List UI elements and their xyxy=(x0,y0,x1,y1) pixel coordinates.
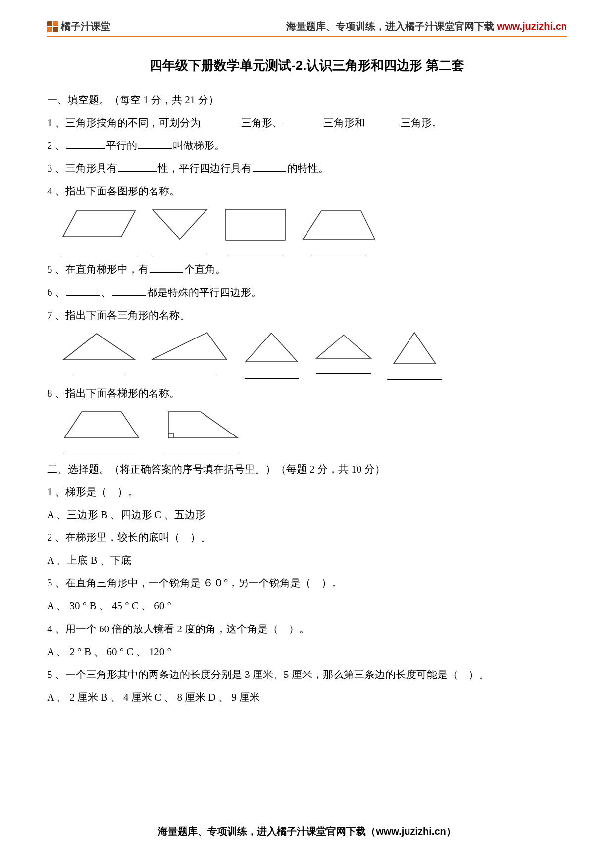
q3-text-c: 的特性。 xyxy=(287,162,329,174)
answer-line[interactable] xyxy=(316,373,371,374)
brand-name: 橘子汁课堂 xyxy=(61,20,110,33)
q3-text-a: 3 、三角形具有 xyxy=(47,162,117,174)
s2-q1: 1 、梯形是（ ）。 xyxy=(47,481,567,503)
q2-text-a: 2 、 xyxy=(47,140,65,151)
q6-text-a: 6 、 xyxy=(47,287,65,298)
trapezoid-icon xyxy=(302,207,376,242)
blank[interactable] xyxy=(284,115,322,126)
parallelogram-icon xyxy=(62,207,136,241)
blank[interactable] xyxy=(66,138,105,149)
q1: 1 、三角形按角的不同，可划分为三角形、三角形和三角形。 xyxy=(47,112,567,134)
answer-line[interactable] xyxy=(228,254,283,255)
svg-rect-2 xyxy=(226,209,285,240)
s2-q3-options: A 、 30 ° B 、 45 ° C 、 60 ° xyxy=(47,595,567,617)
logo-icon xyxy=(47,21,58,32)
s2-q2: 2 、在梯形里，较长的底叫（ ）。 xyxy=(47,527,567,548)
q3-text-b: 性，平行四边行具有 xyxy=(158,162,252,174)
q1-text-a: 1 、三角形按角的不同，可划分为 xyxy=(47,117,201,129)
s2-q3: 3 、在直角三角形中，一个锐角是 ６０°，另一个锐角是（ ）。 xyxy=(47,572,567,594)
content-body: 一、填空题。（每空 1 分，共 21 分） 1 、三角形按角的不同，可划分为三角… xyxy=(47,89,567,708)
s2-q5-options: A 、 2 厘米 B 、 4 厘米 C 、 8 厘米 D 、 9 厘米 xyxy=(47,686,567,708)
section-1-heading: 一、填空题。（每空 1 分，共 21 分） xyxy=(47,89,567,111)
q2: 2 、平行的叫做梯形。 xyxy=(47,135,567,156)
svg-marker-5 xyxy=(152,333,227,360)
blank[interactable] xyxy=(366,115,400,126)
right-trapezoid-icon xyxy=(166,409,240,441)
blank[interactable] xyxy=(150,262,183,273)
answer-line[interactable] xyxy=(64,453,139,454)
blank[interactable] xyxy=(118,161,157,172)
answer-line[interactable] xyxy=(166,453,240,454)
triangle-down-icon xyxy=(150,207,209,241)
svg-marker-10 xyxy=(168,412,238,438)
blank[interactable] xyxy=(253,161,286,172)
brand-logo: 橘子汁课堂 xyxy=(47,20,110,33)
page-header: 橘子汁课堂 海量题库、专项训练，进入橘子汁课堂官网下载 www.juzizhi.… xyxy=(47,20,567,37)
blank[interactable] xyxy=(138,138,172,149)
blank[interactable] xyxy=(66,285,100,296)
section-2-heading: 二、选择题。（将正确答案的序号填在括号里。）（每题 2 分，共 10 分） xyxy=(47,458,567,480)
answer-line[interactable] xyxy=(62,253,136,254)
s2-q4-options: A 、 2 ° B 、 60 ° C 、 120 ° xyxy=(47,641,567,663)
q8: 8 、指出下面各梯形的名称。 xyxy=(47,383,567,404)
page-footer: 海量题库、专项训练，进入橘子汁课堂官网下载（www.juzizhi.cn） xyxy=(0,825,614,838)
svg-marker-8 xyxy=(394,333,436,364)
footer-text-a: 海量题库、专项训练，进入橘子汁课堂官网下载（ xyxy=(158,826,376,837)
q4-shapes xyxy=(62,207,567,255)
q1-text-b: 三角形、 xyxy=(241,117,283,129)
svg-marker-6 xyxy=(246,333,298,362)
isosceles-trapezoid-icon xyxy=(62,409,141,441)
answer-line[interactable] xyxy=(162,375,217,376)
q2-text-c: 叫做梯形。 xyxy=(173,140,225,151)
acute-triangle-icon xyxy=(243,331,300,366)
footer-text-c: ） xyxy=(446,826,456,837)
page-title: 四年级下册数学单元测试-2.认识三角形和四边形 第二套 xyxy=(47,57,567,74)
svg-marker-0 xyxy=(63,211,135,237)
q6-text-b: 、 xyxy=(101,287,111,298)
rectangle-icon xyxy=(223,207,288,242)
isosceles-triangle-icon xyxy=(391,331,438,367)
obtuse-triangle-icon xyxy=(150,331,229,363)
q5-text-b: 个直角。 xyxy=(184,263,226,275)
q6-text-c: 都是特殊的平行四边形。 xyxy=(147,287,261,298)
q5-text-a: 5 、在直角梯形中，有 xyxy=(47,263,149,275)
blank[interactable] xyxy=(202,115,240,126)
q7-shapes xyxy=(62,331,567,380)
header-tagline: 海量题库、专项训练，进入橘子汁课堂官网下载 www.juzizhi.cn xyxy=(286,20,567,33)
obtuse-triangle-icon xyxy=(62,331,136,363)
q2-text-b: 平行的 xyxy=(106,140,137,151)
flat-triangle-icon xyxy=(314,331,373,361)
footer-domain: www.juzizhi.cn xyxy=(376,826,446,837)
s2-q1-options: A 、三边形 B 、四边形 C 、五边形 xyxy=(47,504,567,526)
blank[interactable] xyxy=(112,285,146,296)
s2-q5: 5 、一个三角形其中的两条边的长度分别是 3 厘米、5 厘米，那么第三条边的长度… xyxy=(47,664,567,685)
svg-marker-1 xyxy=(153,209,207,239)
answer-line[interactable] xyxy=(153,253,207,254)
answer-line[interactable] xyxy=(311,254,366,255)
answer-line[interactable] xyxy=(245,378,299,379)
answer-line[interactable] xyxy=(387,379,442,380)
svg-marker-7 xyxy=(316,335,371,358)
s2-q2-options: A 、上底 B 、下底 xyxy=(47,549,567,571)
tagline-text: 海量题库、专项训练，进入橘子汁课堂官网下载 xyxy=(286,21,497,32)
s2-q4: 4 、用一个 60 倍的放大镜看 2 度的角，这个角是（ ）。 xyxy=(47,618,567,640)
q8-shapes xyxy=(62,409,567,454)
q6: 6 、、都是特殊的平行四边形。 xyxy=(47,282,567,303)
q7: 7 、指出下面各三角形的名称。 xyxy=(47,304,567,326)
svg-marker-3 xyxy=(303,211,375,239)
q1-text-d: 三角形。 xyxy=(401,117,442,129)
q4: 4 、指出下面各图形的名称。 xyxy=(47,180,567,202)
answer-line[interactable] xyxy=(72,375,126,376)
tagline-domain: www.juzizhi.cn xyxy=(497,21,567,32)
svg-marker-9 xyxy=(64,412,139,438)
q5: 5 、在直角梯形中，有个直角。 xyxy=(47,258,567,280)
q1-text-c: 三角形和 xyxy=(323,117,365,129)
q3: 3 、三角形具有性，平行四边行具有的特性。 xyxy=(47,157,567,179)
svg-marker-4 xyxy=(63,334,135,360)
